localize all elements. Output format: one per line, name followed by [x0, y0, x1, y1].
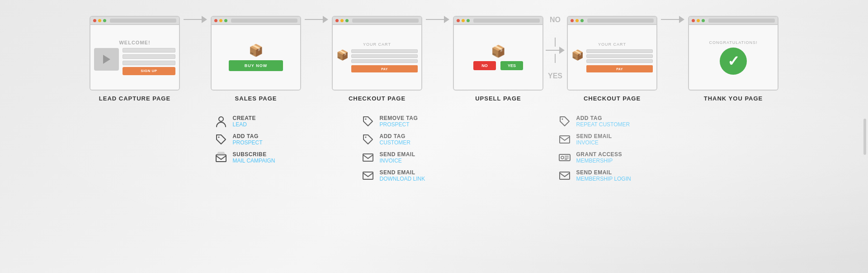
checkout2-pay-button[interactable]: PAY: [586, 65, 653, 72]
action-text-add-tag-repeatcustomer: ADD TAG REPEAT CUSTOMER: [576, 115, 630, 128]
lcp-browser-content: WELCOME! SIGN UP: [90, 25, 179, 90]
ty-browser-content: CONGRATULATIONS! ✓: [689, 25, 778, 90]
action-text-add-tag-prospect: ADD TAG PROSPECT: [233, 133, 263, 146]
envelope-icon-2: [361, 168, 375, 183]
mail-stack-icon: [214, 150, 228, 165]
tag-icon-3: [361, 132, 375, 147]
package-icon: 📦: [249, 43, 263, 57]
cp-form: PAY: [351, 49, 418, 72]
arrow-line-4: [661, 19, 679, 20]
svg-rect-16: [560, 172, 570, 179]
envelope-icon-4: [557, 168, 572, 183]
tag-icon-2: [361, 114, 375, 129]
action-add-tag-prospect: ADD TAG PROSPECT: [214, 132, 316, 147]
browser-sales: 📦 BUY NOW: [211, 16, 301, 91]
branch-arrow-right: [559, 47, 565, 54]
label-checkout1: CHECKOUT PAGE: [349, 95, 406, 102]
svg-rect-4: [218, 152, 224, 153]
action-label-sendemail1: SEND EMAIL: [380, 151, 415, 158]
lcp-main: SIGN UP: [94, 48, 175, 75]
action-label-addtag2: ADD TAG: [380, 133, 410, 139]
input-line-2: [123, 54, 175, 59]
address-bar-sales: [231, 19, 297, 23]
address-bar: [110, 19, 176, 23]
signup-button[interactable]: SIGN UP: [123, 67, 175, 75]
action-add-tag-customer: ADD TAG CUSTOMER: [361, 132, 453, 147]
action-send-email-membershiplogin: SEND EMAIL MEMBERSHIP LOGIN: [557, 168, 655, 183]
action-add-tag-repeat-customer: ADD TAG REPEAT CUSTOMER: [557, 114, 655, 129]
branch-line-vertical2: [555, 54, 556, 63]
no-yes-branch: NO YES: [546, 16, 565, 80]
svg-point-6: [365, 137, 366, 138]
ty-title: CONGRATULATIONS!: [709, 40, 757, 45]
dot-green-upsell: [467, 19, 470, 22]
action-label-create: CREATE: [233, 115, 256, 121]
checkout1-pay-button[interactable]: PAY: [351, 65, 418, 72]
action-value-invoice1: INVOICE: [380, 158, 415, 164]
address-bar-checkout1: [352, 19, 419, 23]
action-text-send-membershiplogin: SEND EMAIL MEMBERSHIP LOGIN: [576, 169, 631, 182]
label-upsell: UPSELL PAGE: [475, 95, 521, 102]
up-content: 📦 NO YES: [458, 44, 539, 70]
browser-checkout1: YOUR CART 📦 PAY: [332, 16, 422, 91]
bottom-actions-section: CREATE LEAD ADD TAG PROSPECT: [27, 114, 841, 183]
scrollbar[interactable]: [863, 119, 866, 155]
action-value-membership: MEMBERSHIP: [576, 158, 623, 164]
browser-upsell: 📦 NO YES: [453, 16, 543, 91]
sp-content: 📦 BUY NOW: [215, 43, 297, 71]
upsell-no-button[interactable]: NO: [473, 61, 496, 70]
arrow-head-3: [444, 16, 449, 23]
action-create-lead: CREATE LEAD: [214, 114, 316, 129]
browser-thank-you: CONGRATULATIONS! ✓: [688, 16, 778, 91]
checkout1-browser-content: YOUR CART 📦 PAY: [333, 25, 421, 90]
address-bar-upsell: [473, 19, 540, 23]
arrow-3: [426, 16, 449, 23]
envelope-icon-1: [361, 150, 375, 165]
branch-line-vertical: [555, 38, 556, 47]
action-value-downloadlink: DOWNLOAD LINK: [380, 176, 425, 182]
dot-yellow-checkout2: [576, 19, 579, 22]
cp-input-3: [351, 59, 418, 63]
action-value-membershiplogin: MEMBERSHIP LOGIN: [576, 176, 631, 182]
action-value-customer: CUSTOMER: [380, 139, 410, 146]
cp-content-2: YOUR CART 📦 PAY: [571, 42, 653, 72]
action-text-send-invoice1: SEND EMAIL INVOICE: [380, 151, 415, 164]
dot-red: [93, 19, 96, 22]
action-value-prospect2: PROSPECT: [380, 121, 418, 128]
dot-red-upsell: [457, 19, 460, 22]
cp-main: 📦 PAY: [336, 49, 418, 72]
flow-item-checkout1: YOUR CART 📦 PAY CHECKOUT PAGE: [332, 16, 422, 102]
svg-rect-3: [217, 153, 225, 154]
upsell-yes-button[interactable]: YES: [500, 61, 523, 70]
arrow-head-4: [679, 16, 684, 23]
action-text-create-lead: CREATE LEAD: [233, 115, 256, 128]
cp-title-2: YOUR CART: [571, 42, 653, 47]
dot-green-checkout2: [580, 19, 584, 22]
dot-yellow-upsell: [462, 19, 465, 22]
svg-rect-10: [560, 136, 570, 143]
lcp-title: WELCOME!: [119, 40, 150, 45]
arrow-line-1: [184, 19, 202, 20]
browser-toolbar-checkout2: [568, 17, 656, 25]
flow-item-thank-you: CONGRATULATIONS! ✓ THANK YOU PAGE: [688, 16, 778, 102]
dot-yellow-sales: [219, 19, 222, 22]
flow-item-upsell: 📦 NO YES UPSELL PAGE: [453, 16, 543, 102]
cp-input-1: [351, 49, 418, 53]
arrow-2: [305, 16, 328, 23]
dot-yellow: [98, 19, 101, 22]
person-icon: [214, 114, 228, 129]
cp-input-2-2: [586, 54, 653, 58]
browser-lead-capture: WELCOME! SIGN UP: [90, 16, 180, 91]
svg-point-1: [218, 137, 219, 138]
up-btns: NO YES: [473, 61, 523, 70]
address-bar-ty: [708, 19, 775, 23]
cp-input-2-3: [586, 59, 653, 63]
action-text-grant-access: GRANT ACCESS MEMBERSHIP: [576, 151, 623, 164]
action-send-email-downloadlink: SEND EMAIL DOWNLOAD LINK: [361, 168, 453, 183]
actions-group-thankyou: ADD TAG REPEAT CUSTOMER SEND EMAIL INVOI…: [553, 114, 659, 183]
buy-now-button[interactable]: BUY NOW: [229, 60, 283, 71]
arrow-head-1: [202, 16, 207, 23]
input-line-1: [123, 48, 175, 53]
dot-green: [103, 19, 106, 22]
ty-content: CONGRATULATIONS! ✓: [693, 40, 774, 75]
